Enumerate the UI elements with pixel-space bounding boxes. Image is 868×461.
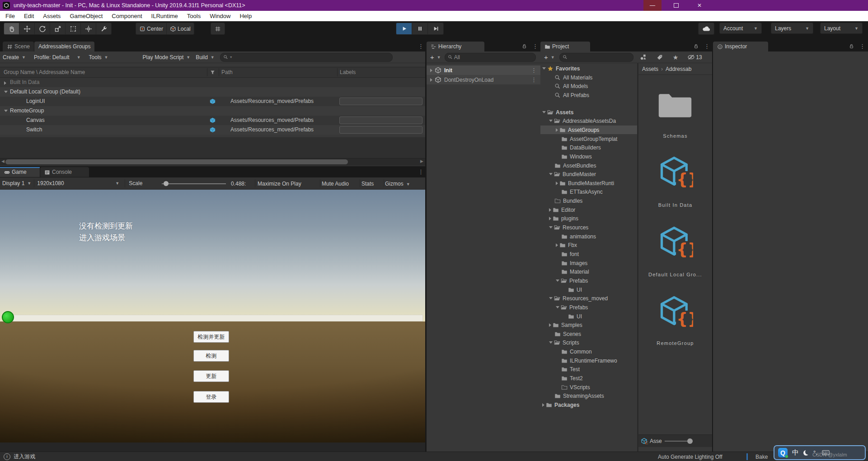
asset-card-label[interactable]: Default Local Gro... — [638, 272, 712, 277]
tree-item-test2[interactable]: Test2 — [540, 374, 637, 382]
addressable-group-asset-icon[interactable]: {} — [657, 156, 693, 188]
table-row[interactable]: CanvasAssets/Resources_moved/Prefabs — [0, 116, 425, 125]
game-button-4[interactable]: 登录 — [193, 391, 229, 403]
pivot-center-button[interactable]: Center — [136, 23, 167, 35]
table-row[interactable]: LoginUIAssets/Resources_moved/Prefabs — [0, 97, 425, 106]
create-dropdown[interactable]: Create▼ — [3, 54, 26, 61]
menu-file[interactable]: File — [1, 12, 19, 20]
menu-assets[interactable]: Assets — [38, 12, 65, 20]
gizmos-dropdown[interactable]: Gizmos▼ — [385, 181, 410, 187]
resolution-dropdown[interactable]: 1920x1080▼ — [37, 180, 119, 186]
menu-component[interactable]: Component — [107, 12, 146, 20]
account-dropdown[interactable]: Account▼ — [719, 23, 762, 34]
rotate-tool-button[interactable] — [35, 23, 50, 35]
tree-item-ettaskasync[interactable]: ETTaskAsync — [540, 187, 637, 196]
pause-button[interactable] — [412, 23, 428, 35]
menu-tools[interactable]: Tools — [183, 12, 205, 20]
tab-addressables-groups[interactable]: Addressables Groups — [34, 42, 94, 51]
menu-window[interactable]: Window — [205, 12, 235, 20]
tree-item-resources[interactable]: Resources — [540, 223, 637, 232]
favorites-star-icon[interactable]: ★ — [673, 54, 679, 61]
tab-hierarchy[interactable]: Hierarchy — [427, 42, 484, 51]
table-row[interactable]: Default Local Group (Default) — [0, 87, 425, 97]
scroll-right-icon[interactable]: ▶ — [420, 159, 423, 163]
game-viewport[interactable]: 没有检测到更新 进入游戏场景 检测并更新检测更新登录 — [0, 190, 425, 442]
tab-inspector[interactable]: Inspector — [713, 42, 768, 51]
tree-item-streamingassets[interactable]: StreamingAssets — [540, 391, 637, 400]
hidden-packages-toggle[interactable]: 13 — [687, 54, 702, 61]
info-icon[interactable]: i — [4, 453, 10, 460]
hierarchy-item-dontdestroyonload[interactable]: DontDestroyOnLoad⋮ — [427, 75, 540, 84]
cloud-services-button[interactable] — [698, 23, 714, 35]
tree-item-databuilders[interactable]: DataBuilders — [540, 143, 637, 152]
search-by-label-icon[interactable] — [657, 54, 663, 61]
tree-item-plugins[interactable]: plugins — [540, 214, 637, 223]
tree-item-assetbundles[interactable]: AssetBundles — [540, 161, 637, 170]
tree-item-all-materials[interactable]: All Materials — [540, 73, 637, 82]
tab-console[interactable]: Console — [40, 167, 89, 177]
tree-item-ilruntimeframewo[interactable]: ILRuntimeFramewo — [540, 356, 637, 365]
scroll-left-icon[interactable]: ◀ — [1, 159, 5, 163]
play-mode-script-dropdown[interactable]: Play Mode Script▼ — [143, 54, 191, 61]
tree-item-favorites[interactable]: Favorites — [540, 64, 637, 73]
expand-triangle-icon[interactable] — [4, 81, 6, 85]
tree-item-images[interactable]: Images — [540, 259, 637, 267]
tree-item-font[interactable]: font — [540, 250, 637, 258]
collapse-triangle-icon[interactable] — [549, 341, 553, 344]
layout-dropdown[interactable]: Layout▼ — [820, 23, 863, 34]
tree-item-assets[interactable]: Assets — [540, 108, 637, 116]
asset-card-label[interactable]: Built In Data — [638, 202, 712, 208]
asset-card-label[interactable]: RemoteGroup — [638, 340, 712, 346]
tree-item-samples[interactable]: Samples — [540, 321, 637, 329]
stats-button[interactable]: Stats — [361, 181, 374, 187]
tree-item-prefabs[interactable]: Prefabs — [540, 303, 637, 312]
tree-item-prefabs[interactable]: Prefabs — [540, 276, 637, 285]
tree-item-assetgroups[interactable]: AssetGroups — [540, 126, 637, 134]
collapse-triangle-icon[interactable] — [542, 67, 546, 70]
tree-item-windows[interactable]: Windows — [540, 152, 637, 161]
layers-dropdown[interactable]: Layers▼ — [771, 23, 813, 34]
table-row[interactable]: SwitchAssets/Resources_moved/Prefabs — [0, 125, 425, 135]
close-button[interactable]: ✕ — [690, 0, 708, 11]
tree-item-all-models[interactable]: All Models — [540, 82, 637, 90]
pivot-local-button[interactable]: Local — [167, 23, 194, 35]
tree-item-bundles[interactable]: Bundles — [540, 196, 637, 205]
item-menu-icon[interactable]: ⋮ — [531, 76, 537, 83]
create-object-button[interactable]: + — [430, 53, 434, 61]
tree-item-bundlemaster[interactable]: BundleMaster — [540, 170, 637, 178]
custom-tool-button[interactable] — [96, 23, 112, 35]
grid-snap-button[interactable] — [211, 23, 225, 35]
tree-item-resources-moved[interactable]: Resources_moved — [540, 294, 637, 303]
tree-item-assetgrouptemplat[interactable]: AssetGroupTemplat — [540, 135, 637, 143]
tree-item-animations[interactable]: animations — [540, 232, 637, 241]
addressables-search-input[interactable]: ▼ — [220, 53, 393, 62]
menu-edit[interactable]: Edit — [19, 12, 38, 20]
item-menu-icon[interactable]: ⋮ — [531, 67, 537, 74]
column-labels[interactable]: Labels — [340, 67, 356, 78]
transform-tool-button[interactable] — [81, 23, 96, 35]
build-dropdown[interactable]: Build▼ — [196, 54, 215, 61]
game-button-1[interactable]: 检测并更新 — [193, 331, 229, 343]
column-name[interactable]: Group Name \ Addressable Name — [4, 67, 85, 78]
collapse-triangle-icon[interactable] — [549, 226, 553, 228]
collapse-triangle-icon[interactable] — [549, 120, 553, 122]
tools-dropdown[interactable]: Tools▼ — [89, 54, 108, 61]
table-row[interactable]: Built In Data — [0, 78, 425, 87]
collapse-triangle-icon[interactable] — [549, 297, 553, 299]
game-button-3[interactable]: 更新 — [193, 370, 229, 382]
lock-icon[interactable] — [521, 43, 527, 49]
bake-button[interactable]: Bake — [755, 454, 768, 460]
addressable-group-asset-icon[interactable]: {} — [657, 295, 693, 328]
project-search-input[interactable] — [559, 53, 633, 62]
scale-slider-track[interactable] — [162, 183, 226, 184]
labels-field[interactable] — [339, 98, 422, 105]
tree-item-scripts[interactable]: Scripts — [540, 338, 637, 347]
scale-slider-thumb[interactable] — [164, 181, 169, 186]
rect-tool-button[interactable] — [66, 23, 81, 35]
scale-tool-button[interactable] — [50, 23, 66, 35]
profile-dropdown[interactable]: Profile: Default▼ — [34, 54, 81, 61]
hand-tool-button[interactable] — [4, 23, 19, 35]
panel-menu-icon[interactable]: ⋮ — [418, 169, 424, 175]
menu-ilruntime[interactable]: ILRuntime — [147, 12, 183, 20]
console-status-message[interactable]: 进入游戏 — [14, 453, 35, 461]
